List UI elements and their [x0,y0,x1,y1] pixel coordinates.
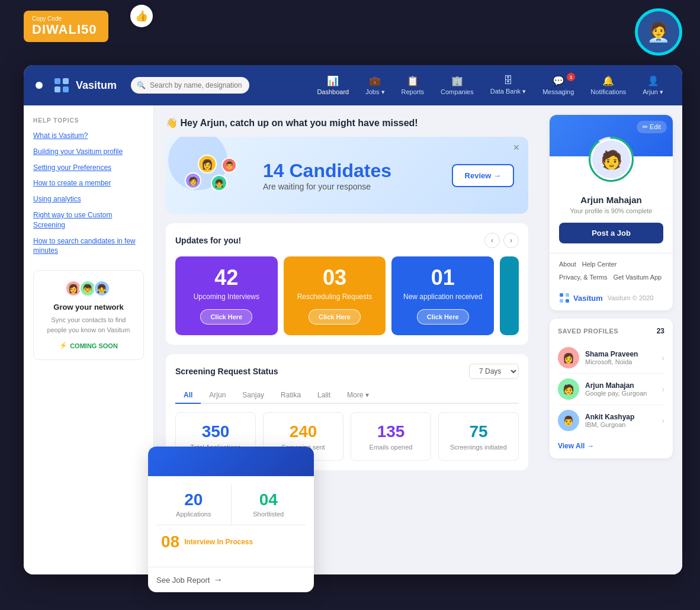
post-job-btn[interactable]: Post a Job [559,223,663,243]
banner-avatar-4: 👨 [221,158,237,173]
banner-avatar-2: 🧑 [185,172,201,189]
about-link[interactable]: About [559,261,576,268]
days-select[interactable]: 7 Days [469,364,519,379]
saved-profile-2[interactable]: 🧑 Arjun Mahajan Google pay, Gurgoan › [558,374,664,405]
saved-profile-1[interactable]: 👩 Shama Praveen Microsoft, Noida › [558,342,664,374]
nav-dot [36,82,43,89]
saved-profile-2-name: Arjun Mahajan [585,381,656,390]
job-interview-label: Interview In Process [184,538,253,546]
update-card-1-btn[interactable]: Click Here [309,309,361,325]
nav-notifications[interactable]: 🔔 Notifications [583,72,633,99]
updates-prev-btn[interactable]: ‹ [484,233,500,248]
banner-avatar-3: 👧 [211,175,227,191]
search-bar[interactable]: 🔍 [131,77,249,94]
job-applications-label: Applications [161,511,226,518]
banner-avatars: 👩 🧑 👧 👨 [180,149,251,202]
job-shortlisted-num: 04 [236,492,301,508]
banner-count: 14 Candidates [263,160,440,182]
help-center-link[interactable]: Help Center [582,261,617,268]
profile-avatar-wrapper: 🧑 [550,136,673,183]
nav-jobs[interactable]: 💼 Jobs ▾ [358,72,391,99]
nav-messaging[interactable]: 💬 Messaging 1 [535,72,581,99]
updates-section: Updates for you! ‹ › 42 Upcoming Intervi… [166,223,528,345]
saved-profile-3[interactable]: 👨 Ankit Kashyap IBM, Gurgoan › [558,405,664,436]
sidebar-link-1[interactable]: What is Vasitum? [33,131,144,141]
nav-notifications-label: Notifications [590,88,626,95]
see-report-text: See Job Report [156,576,210,585]
svg-rect-7 [566,293,569,297]
nav-user-label: Arjun ▾ [643,88,663,96]
update-card-2: 01 New application received Click Here [391,256,494,335]
sidebar-link-5[interactable]: Using analytics [33,194,144,204]
sidebar-link-6[interactable]: Right way to use Custom Screening [33,210,144,230]
tab-all[interactable]: All [175,387,201,404]
sidebar-link-4[interactable]: How to create a member [33,178,144,188]
reports-icon: 📋 [407,75,419,86]
svg-rect-8 [560,299,563,303]
stat-screenings-initiated: 75 Screenings initiated [438,412,519,461]
dashboard-icon: 📊 [327,75,339,86]
nav-databank[interactable]: 🗄 Data Bank ▾ [483,72,533,99]
view-all-link[interactable]: View All → [558,442,664,450]
tab-sanjay[interactable]: Sanjay [234,387,272,404]
vasitum-logo-icon [52,76,71,95]
nav-user[interactable]: 👤 Arjun ▾ [635,72,670,99]
banner-desc: Are waiting for your response [263,182,440,191]
banner-avatar-1: 👩 [198,155,217,174]
screening-header: Screening Request Status 7 Days [175,364,519,379]
nav-jobs-label: Jobs ▾ [365,88,384,96]
sidebar-link-3[interactable]: Setting your Preferences [33,163,144,173]
saved-profile-1-info: Shama Praveen Microsoft, Noida [585,350,656,365]
sidebar-link-7[interactable]: How to search candidates in few minutes [33,236,144,256]
screening-tabs: All Arjun Sanjay Ratika Lalit More ▾ [175,387,519,404]
tab-arjun[interactable]: Arjun [201,387,234,404]
profile-footer: Vasitum Vasitum © 2020 [550,288,673,310]
nav-items: 📊 Dashboard 💼 Jobs ▾ 📋 Reports 🏢 Compani… [310,72,670,99]
saved-profile-3-meta: IBM, Gurgoan [585,421,656,428]
nav-reports[interactable]: 📋 Reports [394,72,432,99]
saved-profile-2-meta: Google pay, Gurgoan [585,390,656,397]
notifications-icon: 🔔 [602,75,614,86]
update-card-2-btn[interactable]: Click Here [417,309,469,325]
svg-rect-2 [54,86,60,92]
see-report-arrow-icon: → [213,574,223,585]
nav-logo[interactable]: Vasitum [52,76,117,95]
network-avatar-3: 👧 [94,280,110,297]
vasitum-footer-icon [559,293,570,303]
update-card-1-label: Rescheduling Requests [293,292,377,302]
job-card-overlay: 20 Applications 04 Shortlisted 08 Interv… [148,447,314,592]
saved-profile-1-name: Shama Praveen [585,350,656,358]
updates-title: Updates for you! [175,236,241,245]
app-link[interactable]: Get Vasitum App [614,274,662,281]
tab-ratika[interactable]: Ratika [272,387,309,404]
saved-profile-1-arrow: › [662,353,664,362]
privacy-link[interactable]: Privacy, & Terms [559,274,608,281]
updates-cards: 42 Upcoming Interviews Click Here 03 Res… [175,256,519,335]
navbar: Vasitum 🔍 📊 Dashboard 💼 Jobs ▾ 📋 Reports… [24,65,682,105]
tab-lalit[interactable]: Lalit [309,387,339,404]
update-card-0-btn[interactable]: Click Here [200,309,252,325]
search-input[interactable] [131,77,249,94]
update-card-3 [500,256,519,335]
stat-emails-opened: 135 Emails opened [351,412,431,461]
see-report-link[interactable]: See Job Report → [156,574,223,585]
nav-companies[interactable]: 🏢 Companies [434,72,481,99]
sidebar-link-2[interactable]: Building your Vasitum profile [33,147,144,157]
nav-dashboard[interactable]: 📊 Dashboard [310,72,356,99]
companies-icon: 🏢 [451,75,463,86]
messaging-badge: 1 [567,73,575,81]
svg-rect-0 [54,78,60,84]
tab-more[interactable]: More ▾ [339,387,377,404]
job-interview-row: 08 Interview In Process [156,525,306,558]
review-button[interactable]: Review → [452,164,514,187]
edit-profile-btn[interactable]: ✏ Edit [637,121,667,133]
job-interview-num: 08 [161,532,179,551]
updates-next-btn[interactable]: › [503,233,519,248]
promo-banner[interactable]: Copy Code DIWALI50 [24,11,108,42]
network-avatars: 👩 👦 👧 [43,280,134,297]
left-sidebar: HELP TOPICS What is Vasitum? Building yo… [24,105,154,574]
saved-profile-1-meta: Microsoft, Noida [585,358,656,365]
banner-close-btn[interactable]: ✕ [513,143,520,152]
profile-avatar: 🧑 [590,139,632,180]
job-applications-cell: 20 Applications [156,484,232,525]
